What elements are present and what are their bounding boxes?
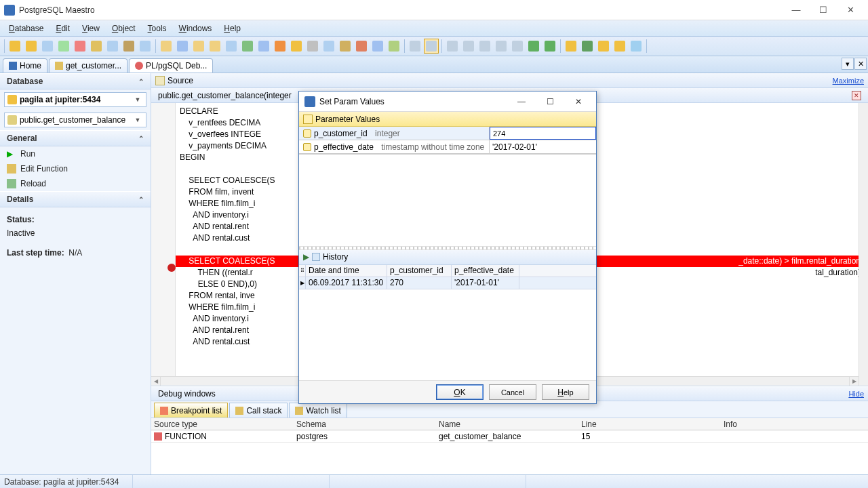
tab-debugger-label: PL/pgSQL Deb...: [146, 61, 207, 70]
database-combo-label: pagila at jupiter:5434: [20, 95, 100, 104]
toolbar-next-button[interactable]: [542, 39, 557, 54]
toolbar-button-19[interactable]: [305, 39, 320, 54]
param-row-customer-id[interactable]: p_customer_id integer: [299, 127, 596, 140]
parameter-values-section: Parameter Values: [299, 112, 596, 127]
toolbar-button-11[interactable]: [175, 39, 190, 54]
tab-get-customer[interactable]: get_customer...: [49, 58, 127, 73]
toolbar-button-17[interactable]: [273, 39, 288, 54]
menu-tools[interactable]: Tools: [142, 22, 173, 35]
col-source-type[interactable]: Source type: [151, 418, 294, 430]
dialog-minimize-button[interactable]: —: [509, 93, 534, 110]
toolbar-button-3[interactable]: [40, 39, 55, 54]
panel-details-header[interactable]: Details⌃: [0, 191, 151, 207]
menu-edit[interactable]: Edit: [50, 22, 76, 35]
toolbar-button-6[interactable]: [89, 39, 104, 54]
tab-home-label: Home: [20, 61, 41, 70]
close-button[interactable]: ✕: [837, 1, 864, 20]
toolbar-button-25[interactable]: [445, 39, 460, 54]
param-row-effective-date[interactable]: p_effective_date timestamp without time …: [299, 140, 596, 154]
toolbar-button-7[interactable]: [105, 39, 120, 54]
toolbar-button-9[interactable]: [138, 39, 153, 54]
close-source-button[interactable]: ✕: [852, 91, 861, 100]
reload-link[interactable]: Reload: [0, 176, 151, 191]
hide-link[interactable]: Hide: [848, 390, 864, 398]
toolbar-button-26[interactable]: [461, 39, 476, 54]
col-line[interactable]: Line: [578, 418, 721, 430]
col-schema[interactable]: Schema: [294, 418, 436, 430]
tab-watch-list[interactable]: Watch list: [289, 403, 347, 418]
param-customer-id-input[interactable]: [490, 127, 596, 140]
tab-home[interactable]: Home: [3, 58, 47, 73]
tabs-close-button[interactable]: ✕: [854, 58, 867, 70]
param-effective-date-value[interactable]: '2017-02-01': [490, 140, 540, 153]
status-value: Inactive: [7, 226, 144, 240]
toolbar-button-12[interactable]: [191, 39, 206, 54]
toolbar-globe-icon[interactable]: [580, 39, 595, 54]
panel-database-header[interactable]: Database⌃: [0, 73, 151, 89]
tabs-dropdown-button[interactable]: ▾: [842, 58, 854, 70]
toolbar-button-21[interactable]: [338, 39, 353, 54]
toolbar-button-32[interactable]: [629, 39, 644, 54]
toolbar-filter-button[interactable]: [408, 39, 422, 54]
toolbar-button-2[interactable]: [24, 39, 39, 54]
toolbar-button-8[interactable]: [121, 39, 136, 54]
database-combo[interactable]: pagila at jupiter:5434▼: [4, 92, 146, 107]
dialog-maximize-button[interactable]: ☐: [538, 93, 562, 110]
toolbar-button-23[interactable]: [370, 39, 385, 54]
menu-windows[interactable]: Windows: [173, 22, 218, 35]
panel-general-header[interactable]: General⌃: [0, 130, 151, 146]
ok-button[interactable]: OK: [436, 384, 484, 400]
toolbar-filter-active-button[interactable]: [424, 39, 439, 54]
toolbar-button-1[interactable]: [7, 39, 22, 54]
edit-function-link[interactable]: Edit Function: [0, 161, 151, 176]
toolbar-button-28[interactable]: [494, 39, 509, 54]
tab-call-stack[interactable]: Call stack: [229, 403, 288, 418]
toolbar-button-20[interactable]: [321, 39, 336, 54]
toolbar-button-24[interactable]: [387, 39, 401, 54]
toolbar-button-22[interactable]: [354, 39, 369, 54]
maximize-link[interactable]: Maximize: [833, 77, 864, 85]
dialog-close-button[interactable]: ✕: [566, 93, 591, 110]
document-tabs: Home get_customer... PL/pgSQL Deb... ▾ ✕: [0, 56, 868, 73]
toolbar-button-13[interactable]: [208, 39, 222, 54]
toolbar-home-icon[interactable]: [564, 39, 578, 54]
toolbar-button-29[interactable]: [510, 39, 525, 54]
col-info[interactable]: Info: [721, 418, 868, 430]
run-link[interactable]: ▶Run: [0, 146, 151, 161]
toolbar-button-10[interactable]: [159, 39, 174, 54]
toolbar-button-4[interactable]: [56, 39, 71, 54]
toolbar-button-30[interactable]: [596, 39, 611, 54]
toolbar-button-5[interactable]: [73, 39, 87, 54]
chevron-up-icon: ⌃: [138, 196, 144, 203]
table-row[interactable]: FUNCTION postgres get_customer_balance 1…: [151, 430, 868, 443]
toolbar-prev-button[interactable]: [526, 39, 541, 54]
toolbar-button-18[interactable]: [289, 39, 304, 54]
toolbar-button-15[interactable]: [240, 39, 255, 54]
help-button[interactable]: Help: [542, 384, 589, 400]
minimize-button[interactable]: —: [783, 1, 810, 20]
app-icon: [4, 5, 15, 16]
menu-database[interactable]: Database: [3, 22, 50, 35]
col-customer-id[interactable]: p_customer_id: [387, 265, 452, 277]
col-name[interactable]: Name: [436, 418, 578, 430]
watch-list-icon: [295, 407, 303, 415]
toolbar-button-31[interactable]: [612, 39, 627, 54]
vertical-scrollbar[interactable]: [859, 103, 868, 386]
col-date-time[interactable]: Date and time: [306, 265, 387, 277]
history-row[interactable]: ▶ 06.09.2017 11:31:30 270 '2017-01-01': [299, 277, 596, 289]
maximize-button[interactable]: ☐: [810, 1, 837, 20]
col-effective-date[interactable]: p_effective_date: [452, 265, 519, 277]
function-combo[interactable]: public.get_customer_balance▼: [4, 113, 146, 127]
menu-object[interactable]: Object: [106, 22, 142, 35]
toolbar-button-27[interactable]: [477, 39, 492, 54]
tab-breakpoint-list[interactable]: Breakpoint list: [154, 403, 228, 418]
menu-help[interactable]: Help: [218, 22, 247, 35]
cancel-button[interactable]: Cancel: [489, 384, 536, 400]
source-icon: [155, 76, 165, 85]
tab-debugger[interactable]: PL/pgSQL Deb...: [129, 58, 213, 73]
breakpoint-icon[interactable]: [167, 264, 176, 272]
menu-view[interactable]: View: [76, 22, 106, 35]
toolbar-button-14[interactable]: [224, 39, 239, 54]
dialog-titlebar[interactable]: Set Param Values — ☐ ✕: [299, 92, 596, 112]
toolbar-button-16[interactable]: [256, 39, 271, 54]
